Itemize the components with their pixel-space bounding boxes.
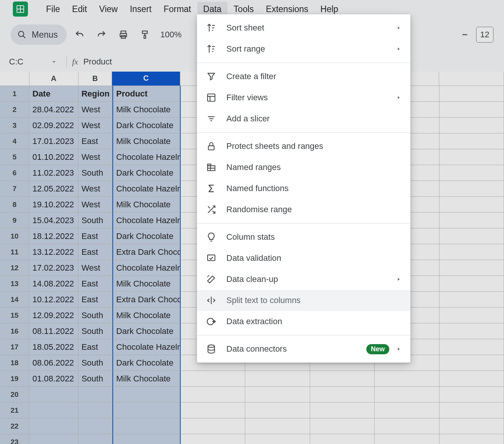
cell[interactable]: 08.11.2022 [29,323,78,339]
menu-item-data-connectors[interactable]: Data connectorsNew [197,338,410,360]
cell[interactable]: West [78,181,112,197]
menubar-item-insert[interactable]: Insert [124,2,158,17]
menubar-item-edit[interactable]: Edit [66,2,93,17]
cell[interactable] [245,387,310,403]
row-header[interactable]: 19 [0,371,29,387]
cell[interactable] [78,403,112,418]
menu-item-column-stats[interactable]: Column stats [197,227,410,248]
cell[interactable] [245,418,310,434]
cell[interactable]: East [78,133,112,149]
menu-item-sort-range[interactable]: Sort range [197,38,410,60]
cell[interactable] [439,86,504,102]
cell[interactable] [439,149,504,165]
col-header-empty[interactable] [439,72,504,86]
cell[interactable]: 10.12.2022 [29,292,78,308]
cell[interactable] [29,418,78,434]
cell[interactable] [439,276,504,292]
row-header[interactable]: 10 [0,228,29,244]
cell[interactable] [439,244,504,260]
cell[interactable]: West [78,118,112,133]
cell[interactable] [439,292,504,308]
cell[interactable] [245,371,310,387]
cell[interactable] [112,434,181,444]
cell[interactable] [29,403,78,418]
formula-value[interactable]: Product [83,57,112,67]
menu-item-data-clean-up[interactable]: Data clean-up [197,269,410,290]
cell[interactable] [310,387,375,403]
row-header[interactable]: 14 [0,292,29,308]
cell[interactable]: 18.05.2022 [29,339,78,355]
row-header[interactable]: 1 [0,86,29,102]
col-header-b[interactable]: B [78,72,112,86]
cell[interactable]: Dark Chocolate [112,165,181,181]
menu-item-randomise-range[interactable]: Randomise range [197,199,410,220]
cell[interactable] [439,434,504,444]
cell[interactable]: Chocolate Hazeln [112,260,181,276]
cell[interactable]: 17.01.2023 [29,133,78,149]
cell[interactable] [375,434,439,444]
redo-button[interactable] [92,26,111,44]
cell[interactable] [112,387,181,403]
cell[interactable] [439,102,504,118]
menu-item-named-ranges[interactable]: Named ranges [197,157,410,178]
cell[interactable]: West [78,260,112,276]
row-header[interactable]: 4 [0,133,29,149]
cell[interactable]: 13.12.2022 [29,244,78,260]
cell[interactable]: South [78,308,112,323]
cell[interactable]: Dark Chocolate [112,118,181,133]
cell[interactable] [181,371,245,387]
cell-header[interactable]: Region [78,86,112,102]
cell[interactable]: Chocolate Hazeln [112,181,181,197]
name-box[interactable]: C:C [5,54,61,69]
cell[interactable] [439,418,504,434]
row-header[interactable]: 7 [0,181,29,197]
cell[interactable]: Extra Dark Choco [112,244,181,260]
menus-search-pill[interactable]: Menus [11,24,67,45]
cell[interactable]: South [78,371,112,387]
row-header[interactable]: 5 [0,149,29,165]
undo-button[interactable] [71,26,89,44]
cell[interactable]: South [78,165,112,181]
cell[interactable]: 08.06.2022 [29,355,78,371]
row-header[interactable]: 16 [0,323,29,339]
cell[interactable] [439,133,504,149]
cell[interactable]: 01.10.2022 [29,149,78,165]
cell[interactable]: South [78,323,112,339]
row-header[interactable]: 18 [0,355,29,371]
cell-header[interactable]: Product [112,86,181,102]
cell[interactable]: Dark Chocolate [112,323,181,339]
row-header[interactable]: 21 [0,403,29,418]
cell[interactable]: 12.05.2022 [29,181,78,197]
row-header[interactable]: 23 [0,434,29,444]
cell[interactable] [78,434,112,444]
col-header-c[interactable]: C [112,72,180,86]
menu-item-data-extraction[interactable]: Data extraction [197,311,410,332]
cell[interactable]: West [78,197,112,213]
menu-item-named-functions[interactable]: Named functions [197,178,410,199]
cell[interactable] [439,308,504,323]
cell[interactable] [181,418,245,434]
cell[interactable]: Dark Chocolate [112,228,181,244]
cell[interactable] [439,165,504,181]
cell[interactable]: 18.12.2022 [29,228,78,244]
row-header[interactable]: 11 [0,244,29,260]
data-menu-dropdown[interactable]: Sort sheetSort rangeCreate a filterFilte… [197,14,410,363]
cell[interactable]: Extra Dark Choco [112,292,181,308]
cell[interactable]: Chocolate Hazeln [112,149,181,165]
cell[interactable]: South [78,355,112,371]
row-header[interactable]: 3 [0,118,29,133]
cell[interactable]: East [78,292,112,308]
cell[interactable]: South [78,213,112,228]
cell[interactable]: Milk Chocolate [112,197,181,213]
menu-item-sort-sheet[interactable]: Sort sheet [197,17,410,38]
row-header[interactable]: 15 [0,308,29,323]
cell[interactable] [375,418,439,434]
menubar-item-view[interactable]: View [93,2,124,17]
row-header[interactable]: 9 [0,213,29,228]
cell[interactable] [112,418,181,434]
cell[interactable]: 12.09.2022 [29,308,78,323]
cell[interactable] [181,434,245,444]
row-header[interactable]: 13 [0,276,29,292]
cell[interactable] [439,355,504,371]
cell[interactable]: West [78,149,112,165]
